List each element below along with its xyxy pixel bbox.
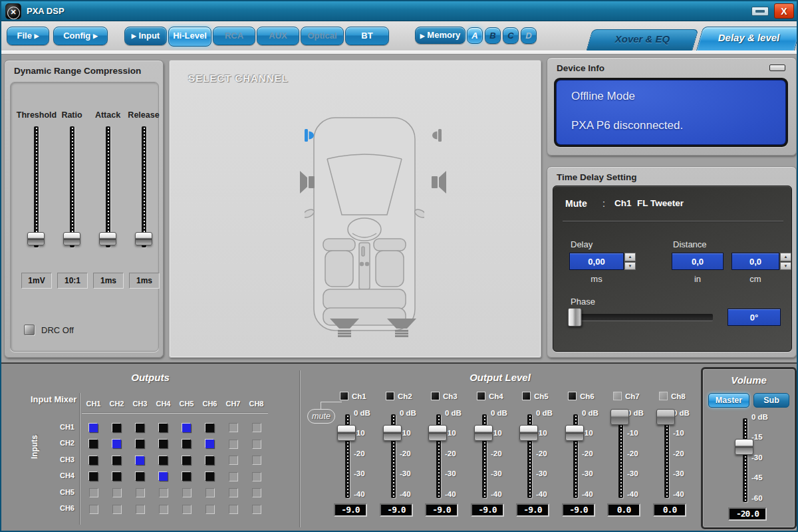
channel-fader-handle[interactable] <box>474 425 493 441</box>
scale-tick-label: -30 <box>354 470 365 478</box>
channel-fader-handle[interactable] <box>519 425 538 441</box>
bottom-section: Outputs Input Mixer CH1 CH2 CH3 CH4 CH5 … <box>1 362 797 531</box>
matrix-cell[interactable] <box>205 440 214 448</box>
phase-value[interactable]: 0° <box>728 309 781 326</box>
memory-slot-b[interactable]: B <box>485 27 501 44</box>
channel-mute-checkbox <box>659 392 668 400</box>
collapse-icon[interactable] <box>769 65 785 71</box>
matrix-cell[interactable] <box>182 456 191 465</box>
front-right-woofer-speaker[interactable] <box>428 171 446 194</box>
tab-xover-eq[interactable]: Xover & EQ <box>589 29 696 51</box>
scale-tick-label: 0 dB <box>445 410 462 418</box>
mixer-header-underline <box>82 413 268 414</box>
matrix-cell[interactable] <box>136 472 144 481</box>
spin-down-icon[interactable]: ▼ <box>780 262 791 271</box>
file-menu-button[interactable]: File ▶ <box>7 27 49 45</box>
input-tab-aux[interactable]: AUX <box>257 27 299 45</box>
channel-fader-handle[interactable] <box>656 409 675 425</box>
output-channel-strip: Ch8 0 dB-10-20-30-40 0.0 <box>650 392 690 522</box>
select-channel-title: SELECT CHANNEL <box>188 72 289 84</box>
matrix-cell[interactable] <box>182 440 191 448</box>
fader-scale: 0 dB-10-20-30-40 <box>354 410 370 498</box>
channel-mute-checkbox[interactable] <box>386 392 394 400</box>
matrix-cell[interactable] <box>182 472 191 481</box>
matrix-cell[interactable] <box>136 456 144 465</box>
distance-in-field[interactable]: 0,0 <box>672 253 724 270</box>
matrix-cell[interactable] <box>159 424 168 432</box>
input-menu-button[interactable]: ▶ Input <box>124 27 167 45</box>
channel-fader-handle[interactable] <box>337 425 356 441</box>
matrix-cell[interactable] <box>205 456 214 465</box>
matrix-cell[interactable] <box>182 424 191 432</box>
matrix-cell[interactable] <box>112 472 121 481</box>
matrix-cell[interactable] <box>89 472 98 481</box>
memory-menu-button[interactable]: ▶ Memory <box>415 27 466 44</box>
right-subwoofer-speaker[interactable] <box>386 319 417 338</box>
matrix-cell[interactable] <box>205 424 214 432</box>
matrix-cell <box>112 505 122 514</box>
matrix-cell[interactable] <box>136 424 144 432</box>
attack-value: 1ms <box>93 273 124 289</box>
matrix-cell[interactable] <box>136 440 144 448</box>
memory-slot-a[interactable]: A <box>467 27 483 44</box>
spin-up-icon[interactable]: ▲ <box>624 253 636 261</box>
matrix-cell[interactable] <box>159 472 168 481</box>
spin-down-icon[interactable]: ▼ <box>624 262 636 271</box>
matrix-cell[interactable] <box>89 440 98 448</box>
phase-slider-handle[interactable] <box>568 308 582 327</box>
drc-off-button[interactable] <box>24 325 35 335</box>
left-subwoofer-speaker[interactable] <box>329 319 360 338</box>
scale-tick-label: -30 <box>582 470 593 478</box>
matrix-cell <box>205 488 215 497</box>
config-menu-button[interactable]: Config ▶ <box>53 27 108 45</box>
delay-value-field[interactable]: 0,00 <box>569 253 624 270</box>
input-tab-optical[interactable]: Optical <box>301 27 344 45</box>
matrix-cell[interactable] <box>159 440 168 448</box>
matrix-cell[interactable] <box>112 440 121 448</box>
ratio-slider-handle[interactable] <box>63 232 80 245</box>
channel-mute-checkbox[interactable] <box>477 392 485 400</box>
matrix-cell[interactable] <box>89 424 98 432</box>
channel-mute-checkbox[interactable] <box>431 392 440 400</box>
front-left-tweeter-speaker[interactable] <box>303 128 315 142</box>
distance-cm-field[interactable]: 0,0 <box>732 253 779 270</box>
channel-mute-checkbox[interactable] <box>568 392 577 400</box>
channel-fader-handle[interactable] <box>610 409 629 425</box>
matrix-cell <box>159 505 168 514</box>
input-tab-bt[interactable]: BT <box>345 27 389 45</box>
scale-tick-label: -30 <box>491 470 502 478</box>
spin-up-icon[interactable]: ▲ <box>780 253 791 261</box>
attack-slider-handle[interactable] <box>99 232 116 245</box>
memory-slot-d[interactable]: D <box>521 27 537 44</box>
volume-sub-button[interactable]: Sub <box>753 393 789 408</box>
minimize-button[interactable] <box>751 7 769 16</box>
matrix-cell <box>252 472 261 481</box>
release-slider-handle[interactable] <box>135 232 152 245</box>
threshold-slider-handle[interactable] <box>27 232 45 245</box>
matrix-cell[interactable] <box>112 456 121 465</box>
input-tab-hi-level[interactable]: Hi-Level <box>168 27 211 47</box>
front-left-woofer-speaker[interactable] <box>300 171 318 194</box>
channel-fader-handle[interactable] <box>565 425 584 441</box>
matrix-cell[interactable] <box>159 456 168 465</box>
volume-master-button[interactable]: Master <box>708 393 749 408</box>
front-right-tweeter-speaker[interactable] <box>431 128 443 142</box>
close-button[interactable]: X <box>774 3 794 19</box>
matrix-cell[interactable] <box>205 472 214 481</box>
scale-tick-label: 0 dB <box>627 410 644 418</box>
tab-delay-level[interactable]: Delay & level <box>700 27 798 51</box>
channel-fader-handle[interactable] <box>428 425 447 441</box>
channel-mute-checkbox[interactable] <box>340 392 348 400</box>
volume-fader-handle[interactable] <box>735 439 753 455</box>
delay-spinner: ▲ ▼ <box>624 253 636 270</box>
matrix-cell[interactable] <box>112 424 121 432</box>
channel-mute-checkbox[interactable] <box>522 392 531 400</box>
matrix-cell[interactable] <box>89 456 98 465</box>
memory-slot-c[interactable]: C <box>503 27 519 44</box>
input-tab-rca[interactable]: RCA <box>213 27 255 45</box>
scale-tick-label: -30 <box>673 470 684 478</box>
output-channel-strip: Ch2 0 dB-10-20-30-40 -9.0 <box>377 392 417 522</box>
volume-title: Volume <box>703 374 795 386</box>
scale-tick-label: -40 <box>627 491 638 499</box>
channel-fader-handle[interactable] <box>383 425 402 441</box>
